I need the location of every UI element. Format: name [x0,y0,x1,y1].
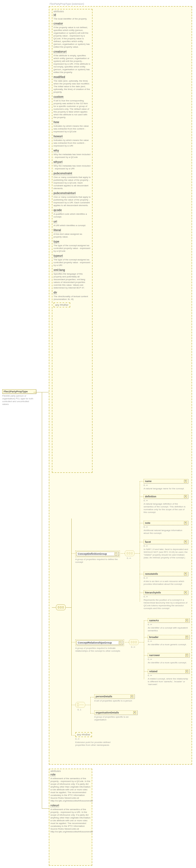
cdg-name: ConceptDefinitionGroup [78,553,107,555]
any-element-node: any ##other 0..∞ Extension point for pro… [75,732,117,747]
any-element-desc: Extension point for provider-defined pro… [75,741,117,747]
attribute-name: type [54,240,59,244]
attribute-desc: The directionality of textual content (e… [54,295,91,301]
attribute-desc: If the property value is not defined, sp… [54,26,91,49]
attribute-desc: The local identifier of the property. [54,18,91,20]
attribute-dir: dirThe directionality of textual content… [54,291,91,301]
element-name: narrower [149,654,160,657]
plus-icon[interactable]: + [184,495,187,498]
attribute-creatoruri: creatoruriIf the attribute is empty, spe… [54,50,91,74]
attribute-typeuri: typeuriThe type of the concept assigned … [54,254,91,267]
element-name: note [145,522,150,524]
root-type-node[interactable]: Flex1PartyPropType Flexible party (perso… [2,389,36,406]
attribute-custom: customIf set to true the corresponding p… [54,95,91,119]
element-related[interactable]: related+0..∞A related concept, where the… [148,669,190,686]
element-name: broader [149,636,159,639]
any-element-label: any ##other [75,732,92,737]
attribute-desc: Indicates by which means the value was e… [54,139,91,147]
plus-icon[interactable]: + [184,480,187,483]
attribute-desc: A refinement of the semantics of the pro… [51,777,91,802]
element-desc: A natural language definition of the sem… [144,503,188,514]
element-name: definition [145,495,157,498]
element-desc: Additional natural language information … [144,529,188,535]
element-name: remoteInfo [145,572,158,575]
attribute-name: why [54,149,59,153]
attribute-qcode: qcodeA qualified code which identifies a… [54,209,91,218]
attribute-how: howIndicates by which means the value wa… [54,121,91,133]
plus-icon[interactable]: + [186,670,188,673]
organisation-details-node[interactable]: organisationDetails+ A group of properti… [94,710,137,721]
root-type-desc: Flexible party (person or organisation) … [2,395,34,406]
plus-icon[interactable]: + [186,636,188,639]
element-facet[interactable]: facet+0..∞In NAR 1.8 and later, facet is… [144,540,188,559]
attribute-howuri: howuriIndicates by which means the value… [54,135,91,147]
attribute-desc: Specifies the language of this property … [54,273,91,289]
concept-definition-group-node[interactable]: ConceptDefinitionGroup− A group of prope… [75,551,120,564]
plus-icon[interactable]: + [184,522,187,524]
attribute-desc: Indicates by which means the value was e… [54,125,91,133]
element-name: sameAs [149,619,159,622]
attribute-desc: Why the metadata has been included - exp… [54,164,91,170]
attribute-why: whyWhy the metadata has been included - … [54,149,91,159]
element-occurrence: 0..∞ [148,674,190,677]
attribute-name: pubconstraint [54,172,72,176]
crg-name: ConceptRelationshipsGroup [78,641,112,644]
attribute-literal: literalA free-text value assigned as pro… [54,229,91,238]
element-desc: An identifier of a concept with equivale… [148,626,190,632]
attribute-name: role [51,773,55,777]
element-narrower[interactable]: narrower+0..∞An identifier of a more spe… [148,653,190,664]
attribute-id: idThe local identifier of the property. [54,13,91,20]
concept-relationships-group-node[interactable]: ConceptRelationshipsGroup− A group of pr… [75,639,124,652]
element-name: hierarchyInfo [145,591,161,594]
plus-icon[interactable]: + [186,654,188,657]
attribute-desc: A qualified code which identifies a conc… [54,213,91,218]
plus-icon[interactable]: + [133,711,136,714]
attribute-desc: The date (and, optionally, the time) whe… [54,80,91,94]
plus-icon[interactable]: + [186,619,188,622]
minus-icon[interactable]: − [119,641,121,644]
attribute-name: howuri [54,135,63,138]
element-remoteInfo[interactable]: remoteInfo+0..∞A link to an item or a we… [144,572,188,586]
element-name: facet [145,540,151,543]
attribute-pubconstrainturi: pubconstrainturiOne or many constraints … [54,192,91,207]
extension-label: FlexPartyPropType (extension) [50,2,84,5]
attributes-box-1: attributes idThe local identifier of the… [52,9,92,473]
element-desc: In NAR 1.8 and later, facet is deprecate… [144,548,188,559]
sequence-compositor-main [56,604,66,611]
person-details-node[interactable]: personDetails+ A set of properties speci… [94,694,135,702]
attribute-name: creator [54,22,63,26]
attribute-name: dir [54,291,57,294]
attribute-type: typeThe type of the concept assigned as … [54,240,91,253]
element-desc: A related concept, where the relationshi… [148,678,190,686]
plus-icon[interactable]: + [184,540,187,543]
attributes-label-2: attributes [51,770,61,773]
attribute-name: creatoruri [54,50,67,54]
element-name: related [149,670,158,673]
person-details-desc: A set of properties specific to a person [94,700,135,702]
attribute-modified: modifiedThe date (and, optionally, the t… [54,75,91,94]
attribute-name: qcode [54,209,62,212]
sequence-compositor-cdg [124,550,135,556]
element-occurrence: 0..∞ [144,484,188,487]
choice-compositor [75,702,85,708]
person-details-name: personDetails [95,695,112,698]
plus-icon[interactable]: + [184,591,187,594]
attribute-name: xml:lang [54,269,65,272]
organisation-details-name: organisationDetails [95,711,119,714]
element-name[interactable]: name+0..∞A natural language name for the… [144,479,188,490]
element-sameAs[interactable]: sameAs+0..∞An identifier of a concept wi… [148,618,190,632]
element-definition[interactable]: definition+0..∞A natural language defini… [144,494,188,514]
sequence-compositor-crg [129,639,139,645]
element-desc: An identifier of a more specific concept… [148,661,190,664]
cdg-desc: A group of properties required to define… [75,558,120,564]
attribute-desc: If the attribute is empty, specifies whi… [54,54,91,74]
minus-icon[interactable]: − [115,553,117,555]
plus-icon[interactable]: + [131,695,133,698]
element-desc: An identifier of a more generic concept. [148,643,190,646]
element-hierarchyInfo[interactable]: hierarchyInfo+0..∞Represents the positio… [144,590,188,610]
element-broader[interactable]: broader+0..∞An identifier of a more gene… [148,635,190,646]
attribute-uri: uriA URI which identifies a concept. [54,220,91,227]
attribute-name: uri [54,220,57,224]
plus-icon[interactable]: + [184,572,187,575]
element-note[interactable]: note+0..∞Additional natural language inf… [144,521,188,535]
